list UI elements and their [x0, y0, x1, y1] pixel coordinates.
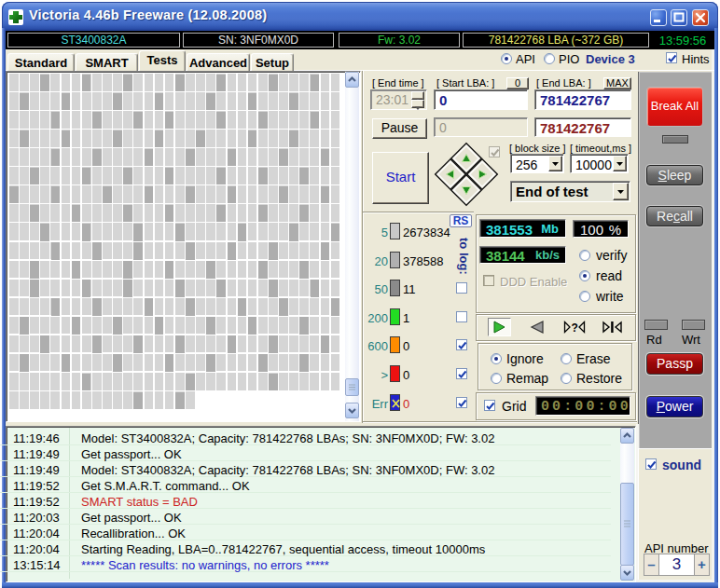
svg-text:?: ? [572, 321, 578, 335]
